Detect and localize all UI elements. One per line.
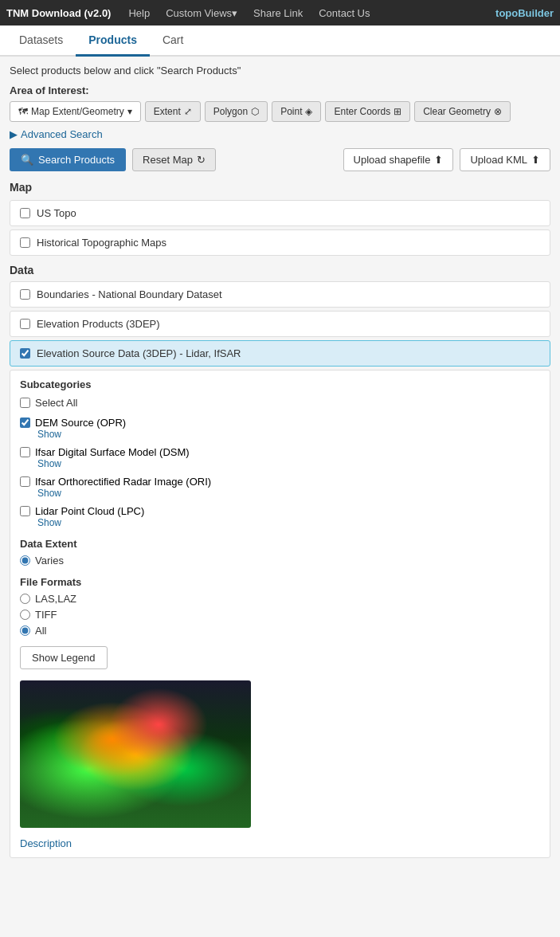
lidar-lpc-checkbox[interactable]	[20, 506, 30, 516]
map-extent-button[interactable]: 🗺 Map Extent/Geometry ▾	[10, 101, 141, 122]
data-section-label: Data	[10, 264, 550, 276]
app-brand: TNM Download (v2.0)	[6, 7, 111, 19]
tiff-radio[interactable]	[20, 610, 30, 620]
ifsar-dsm-show-link[interactable]: Show	[37, 458, 540, 469]
action-row: 🔍 Search Products Reset Map ↻ Upload sha…	[10, 148, 550, 171]
polygon-icon: ⬡	[251, 106, 259, 117]
coords-icon: ⊞	[394, 106, 401, 117]
contact-us-link[interactable]: Contact Us	[311, 0, 378, 25]
tab-datasets[interactable]: Datasets	[6, 25, 76, 57]
map-section-label: Map	[10, 181, 550, 194]
select-all-row: Select All	[20, 397, 540, 409]
subcategory-ifsar-dsm: Ifsar Digital Surface Model (DSM) Show	[20, 446, 540, 469]
upload-kml-button[interactable]: Upload KML ⬆	[460, 148, 550, 171]
file-formats-section: File Formats LAS,LAZ TIFF All	[20, 576, 540, 637]
subcategory-lidar-lpc: Lidar Point Cloud (LPC) Show	[20, 505, 540, 528]
subcategories-title: Subcategories	[20, 378, 540, 390]
aoi-label: Area of Interest:	[10, 84, 550, 96]
extent-button[interactable]: Extent ⤢	[145, 101, 201, 122]
map-products-list: US Topo Historical Topographic Maps	[10, 200, 550, 256]
lidar-lpc-show-link[interactable]: Show	[37, 517, 540, 528]
elevation-source-label: Elevation Source Data (3DEP) - Lidar, If…	[37, 347, 241, 359]
varies-radio[interactable]	[20, 555, 30, 566]
ifsar-dsm-label: Ifsar Digital Surface Model (DSM)	[35, 446, 190, 458]
tab-bar: Datasets Products Cart	[0, 25, 560, 57]
ifsar-ori-label: Ifsar Orthorectified Radar Image (ORI)	[35, 476, 211, 488]
subcategory-dem-opr: DEM Source (OPR) Show	[20, 417, 540, 440]
topobuilder-link[interactable]: topoBuilder	[495, 7, 554, 19]
lidar-lpc-label: Lidar Point Cloud (LPC)	[35, 505, 144, 517]
product-elevation-source: Elevation Source Data (3DEP) - Lidar, If…	[10, 340, 550, 367]
us-topo-checkbox[interactable]	[20, 208, 30, 218]
map-icon: 🗺	[18, 106, 28, 117]
file-formats-title: File Formats	[20, 576, 540, 588]
dem-opr-label: DEM Source (OPR)	[35, 417, 126, 429]
extent-icon: ⤢	[184, 106, 192, 117]
dem-opr-show-link[interactable]: Show	[37, 429, 540, 440]
product-historical: Historical Topographic Maps	[10, 229, 550, 256]
description-link[interactable]: Description	[20, 837, 540, 849]
ifsar-ori-show-link[interactable]: Show	[37, 488, 540, 499]
subcategory-ifsar-ori: Ifsar Orthorectified Radar Image (ORI) S…	[20, 476, 540, 499]
point-button[interactable]: Point ◈	[272, 101, 321, 122]
lidar-visualization	[20, 680, 251, 828]
all-option: All	[20, 625, 540, 637]
advanced-search-toggle[interactable]: ▶ Advanced Search	[10, 128, 550, 140]
upload-shapefile-button[interactable]: Upload shapefile ⬆	[343, 148, 454, 171]
product-elevation-3dep: Elevation Products (3DEP)	[10, 311, 550, 337]
all-radio[interactable]	[20, 625, 30, 636]
data-extent-title: Data Extent	[20, 538, 540, 550]
elevation-3dep-label: Elevation Products (3DEP)	[37, 318, 160, 330]
upload-shapefile-icon: ⬆	[434, 154, 443, 166]
polygon-button[interactable]: Polygon ⬡	[205, 101, 268, 122]
show-legend-button[interactable]: Show Legend	[20, 646, 108, 669]
point-icon: ◈	[305, 106, 312, 117]
us-topo-label: US Topo	[37, 207, 76, 219]
data-products-list: Boundaries - National Boundary Dataset E…	[10, 281, 550, 367]
boundaries-label: Boundaries - National Boundary Dataset	[37, 288, 222, 300]
tiff-option: TIFF	[20, 609, 540, 621]
chevron-right-icon: ▶	[10, 128, 18, 140]
varies-option: Varies	[20, 555, 540, 567]
reset-map-button[interactable]: Reset Map ↻	[132, 148, 216, 171]
elevation-source-checkbox[interactable]	[20, 348, 30, 359]
product-boundaries: Boundaries - National Boundary Dataset	[10, 281, 550, 308]
product-us-topo: US Topo	[10, 200, 550, 226]
ifsar-ori-checkbox[interactable]	[20, 476, 30, 487]
refresh-icon: ↻	[197, 154, 206, 166]
lidar-image-preview	[20, 680, 251, 828]
clear-icon: ⊗	[494, 106, 502, 117]
data-extent-section: Data Extent Varies	[20, 538, 540, 567]
tiff-label: TIFF	[35, 609, 57, 621]
las-laz-radio[interactable]	[20, 594, 30, 604]
boundaries-checkbox[interactable]	[20, 289, 30, 300]
select-all-label: Select All	[35, 397, 77, 409]
search-icon: 🔍	[21, 154, 33, 166]
subcategories-panel: Subcategories Select All DEM Source (OPR…	[10, 370, 550, 858]
search-products-button[interactable]: 🔍 Search Products	[10, 148, 126, 171]
all-label: All	[35, 625, 46, 637]
custom-views-dropdown[interactable]: Custom Views ▾	[158, 0, 245, 25]
enter-coords-button[interactable]: Enter Coords ⊞	[325, 101, 410, 122]
help-link[interactable]: Help	[120, 0, 158, 25]
top-nav: TNM Download (v2.0) Help Custom Views ▾ …	[0, 0, 560, 25]
aoi-row: 🗺 Map Extent/Geometry ▾ Extent ⤢ Polygon…	[10, 101, 550, 122]
share-link[interactable]: Share Link	[245, 0, 311, 25]
historical-checkbox[interactable]	[20, 237, 30, 248]
varies-label: Varies	[35, 555, 64, 567]
clear-geometry-button[interactable]: Clear Geometry ⊗	[414, 101, 511, 122]
ifsar-dsm-checkbox[interactable]	[20, 447, 30, 457]
main-content: Select products below and click "Search …	[0, 57, 560, 866]
dem-opr-checkbox[interactable]	[20, 418, 30, 428]
elevation-3dep-checkbox[interactable]	[20, 319, 30, 329]
las-laz-option: LAS,LAZ	[20, 593, 540, 605]
las-laz-label: LAS,LAZ	[35, 593, 76, 605]
tab-cart[interactable]: Cart	[150, 25, 196, 57]
intro-text: Select products below and click "Search …	[10, 65, 550, 76]
upload-kml-icon: ⬆	[531, 154, 540, 166]
file-format-options: LAS,LAZ TIFF All	[20, 593, 540, 637]
tab-products[interactable]: Products	[76, 25, 150, 57]
select-all-checkbox[interactable]	[20, 398, 30, 408]
historical-label: Historical Topographic Maps	[37, 237, 166, 249]
data-extent-options: Varies	[20, 555, 540, 567]
